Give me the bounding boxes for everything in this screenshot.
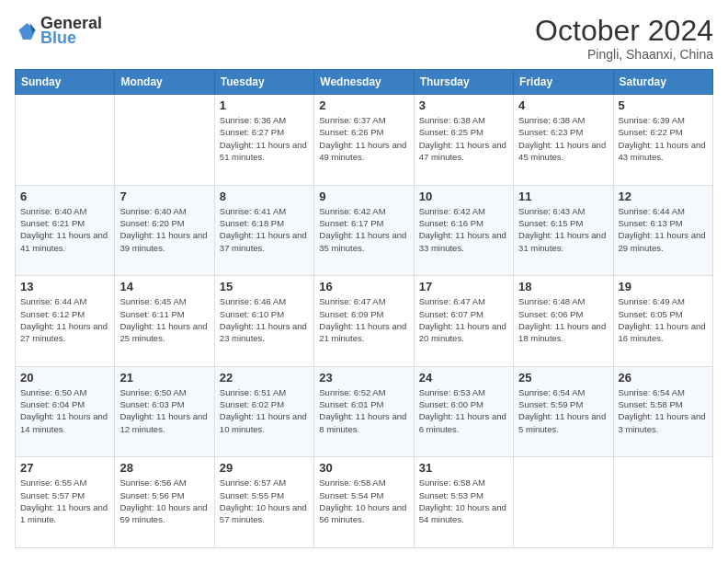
week-row-5: 27Sunrise: 6:55 AM Sunset: 5:57 PM Dayli… [16, 457, 713, 548]
day-info: Sunrise: 6:38 AM Sunset: 6:25 PM Dayligh… [419, 114, 508, 163]
day-number: 26 [619, 371, 708, 385]
calendar-cell [613, 457, 712, 548]
header-thursday: Thursday [414, 70, 513, 95]
calendar-cell [16, 95, 115, 186]
calendar-cell: 4Sunrise: 6:38 AM Sunset: 6:23 PM Daylig… [514, 95, 613, 186]
day-info: Sunrise: 6:54 AM Sunset: 5:58 PM Dayligh… [619, 386, 708, 435]
day-info: Sunrise: 6:52 AM Sunset: 6:01 PM Dayligh… [319, 386, 408, 435]
day-info: Sunrise: 6:44 AM Sunset: 6:12 PM Dayligh… [20, 295, 109, 344]
day-info: Sunrise: 6:50 AM Sunset: 6:04 PM Dayligh… [20, 386, 109, 435]
day-info: Sunrise: 6:49 AM Sunset: 6:05 PM Dayligh… [619, 295, 708, 344]
day-info: Sunrise: 6:50 AM Sunset: 6:03 PM Dayligh… [119, 386, 209, 435]
day-number: 16 [319, 280, 408, 293]
calendar-cell: 15Sunrise: 6:46 AM Sunset: 6:10 PM Dayli… [214, 276, 313, 367]
calendar-cell: 26Sunrise: 6:54 AM Sunset: 5:58 PM Dayli… [613, 366, 712, 457]
day-info: Sunrise: 6:37 AM Sunset: 6:26 PM Dayligh… [319, 114, 408, 163]
calendar-cell: 12Sunrise: 6:44 AM Sunset: 6:13 PM Dayli… [613, 185, 712, 276]
page: General Blue October 2024 Pingli, Shaanx… [0, 0, 728, 563]
day-info: Sunrise: 6:44 AM Sunset: 6:13 PM Dayligh… [619, 205, 708, 254]
header-sunday: Sunday [16, 70, 115, 95]
day-number: 20 [20, 371, 109, 385]
header-saturday: Saturday [613, 70, 712, 95]
day-info: Sunrise: 6:56 AM Sunset: 5:56 PM Dayligh… [119, 477, 209, 525]
logo-icon [15, 20, 37, 42]
calendar-cell: 5Sunrise: 6:39 AM Sunset: 6:22 PM Daylig… [613, 95, 712, 186]
calendar-cell: 25Sunrise: 6:54 AM Sunset: 5:59 PM Dayli… [514, 366, 613, 457]
day-number: 29 [220, 461, 309, 475]
calendar-header-row: Sunday Monday Tuesday Wednesday Thursday… [16, 70, 713, 95]
day-info: Sunrise: 6:53 AM Sunset: 6:00 PM Dayligh… [419, 386, 508, 435]
day-number: 1 [220, 98, 309, 112]
day-info: Sunrise: 6:51 AM Sunset: 6:02 PM Dayligh… [220, 386, 309, 435]
calendar-cell: 8Sunrise: 6:41 AM Sunset: 6:18 PM Daylig… [214, 185, 313, 276]
calendar-cell: 16Sunrise: 6:47 AM Sunset: 6:09 PM Dayli… [314, 276, 414, 367]
calendar-cell: 27Sunrise: 6:55 AM Sunset: 5:57 PM Dayli… [16, 457, 115, 548]
day-number: 7 [119, 190, 209, 203]
day-number: 9 [319, 190, 408, 203]
calendar-cell: 13Sunrise: 6:44 AM Sunset: 6:12 PM Dayli… [16, 276, 115, 367]
location: Pingli, Shaanxi, China [535, 47, 713, 62]
day-info: Sunrise: 6:47 AM Sunset: 6:07 PM Dayligh… [419, 295, 508, 344]
day-number: 19 [619, 280, 708, 293]
day-info: Sunrise: 6:55 AM Sunset: 5:57 PM Dayligh… [20, 477, 109, 525]
day-info: Sunrise: 6:54 AM Sunset: 5:59 PM Dayligh… [518, 386, 608, 435]
day-number: 22 [220, 371, 309, 385]
header-friday: Friday [514, 70, 613, 95]
day-number: 23 [319, 371, 408, 385]
calendar-cell: 14Sunrise: 6:45 AM Sunset: 6:11 PM Dayli… [115, 276, 214, 367]
day-info: Sunrise: 6:38 AM Sunset: 6:23 PM Dayligh… [518, 114, 608, 163]
day-info: Sunrise: 6:42 AM Sunset: 6:16 PM Dayligh… [419, 205, 508, 254]
calendar-cell: 22Sunrise: 6:51 AM Sunset: 6:02 PM Dayli… [214, 366, 313, 457]
day-info: Sunrise: 6:42 AM Sunset: 6:17 PM Dayligh… [319, 205, 408, 254]
header-wednesday: Wednesday [314, 70, 414, 95]
month-title: October 2024 [535, 15, 713, 47]
calendar-cell: 24Sunrise: 6:53 AM Sunset: 6:00 PM Dayli… [414, 366, 513, 457]
week-row-2: 6Sunrise: 6:40 AM Sunset: 6:21 PM Daylig… [16, 185, 713, 276]
title-block: October 2024 Pingli, Shaanxi, China [535, 15, 713, 62]
calendar-cell: 2Sunrise: 6:37 AM Sunset: 6:26 PM Daylig… [314, 95, 414, 186]
day-number: 21 [119, 371, 209, 385]
day-number: 27 [20, 461, 109, 475]
day-number: 5 [619, 98, 708, 112]
calendar-cell: 11Sunrise: 6:43 AM Sunset: 6:15 PM Dayli… [514, 185, 613, 276]
day-number: 2 [319, 98, 408, 112]
day-number: 15 [220, 280, 309, 293]
day-info: Sunrise: 6:46 AM Sunset: 6:10 PM Dayligh… [220, 295, 309, 344]
day-info: Sunrise: 6:47 AM Sunset: 6:09 PM Dayligh… [319, 295, 408, 344]
calendar-cell: 7Sunrise: 6:40 AM Sunset: 6:20 PM Daylig… [115, 185, 214, 276]
day-number: 11 [518, 190, 608, 203]
calendar-cell [514, 457, 613, 548]
calendar-cell: 20Sunrise: 6:50 AM Sunset: 6:04 PM Dayli… [16, 366, 115, 457]
day-number: 13 [20, 280, 109, 293]
day-number: 25 [518, 371, 608, 385]
day-number: 28 [119, 461, 209, 475]
calendar-table: Sunday Monday Tuesday Wednesday Thursday… [15, 69, 713, 548]
calendar-cell: 9Sunrise: 6:42 AM Sunset: 6:17 PM Daylig… [314, 185, 414, 276]
calendar-cell: 18Sunrise: 6:48 AM Sunset: 6:06 PM Dayli… [514, 276, 613, 367]
day-number: 10 [419, 190, 508, 203]
day-number: 31 [419, 461, 508, 475]
day-number: 4 [518, 98, 608, 112]
calendar-cell: 17Sunrise: 6:47 AM Sunset: 6:07 PM Dayli… [414, 276, 513, 367]
header-tuesday: Tuesday [214, 70, 313, 95]
day-number: 24 [419, 371, 508, 385]
day-number: 17 [419, 280, 508, 293]
week-row-4: 20Sunrise: 6:50 AM Sunset: 6:04 PM Dayli… [16, 366, 713, 457]
calendar-cell: 19Sunrise: 6:49 AM Sunset: 6:05 PM Dayli… [613, 276, 712, 367]
day-info: Sunrise: 6:48 AM Sunset: 6:06 PM Dayligh… [518, 295, 608, 344]
day-number: 14 [119, 280, 209, 293]
day-number: 12 [619, 190, 708, 203]
calendar-cell: 21Sunrise: 6:50 AM Sunset: 6:03 PM Dayli… [115, 366, 214, 457]
calendar-cell: 30Sunrise: 6:58 AM Sunset: 5:54 PM Dayli… [314, 457, 414, 548]
day-info: Sunrise: 6:45 AM Sunset: 6:11 PM Dayligh… [119, 295, 209, 344]
week-row-3: 13Sunrise: 6:44 AM Sunset: 6:12 PM Dayli… [16, 276, 713, 367]
day-number: 3 [419, 98, 508, 112]
week-row-1: 1Sunrise: 6:36 AM Sunset: 6:27 PM Daylig… [16, 95, 713, 186]
day-number: 30 [319, 461, 408, 475]
day-info: Sunrise: 6:40 AM Sunset: 6:21 PM Dayligh… [20, 205, 109, 254]
calendar-cell: 31Sunrise: 6:58 AM Sunset: 5:53 PM Dayli… [414, 457, 513, 548]
calendar-cell: 28Sunrise: 6:56 AM Sunset: 5:56 PM Dayli… [115, 457, 214, 548]
calendar-cell: 23Sunrise: 6:52 AM Sunset: 6:01 PM Dayli… [314, 366, 414, 457]
day-info: Sunrise: 6:39 AM Sunset: 6:22 PM Dayligh… [619, 114, 708, 163]
calendar-cell: 3Sunrise: 6:38 AM Sunset: 6:25 PM Daylig… [414, 95, 513, 186]
